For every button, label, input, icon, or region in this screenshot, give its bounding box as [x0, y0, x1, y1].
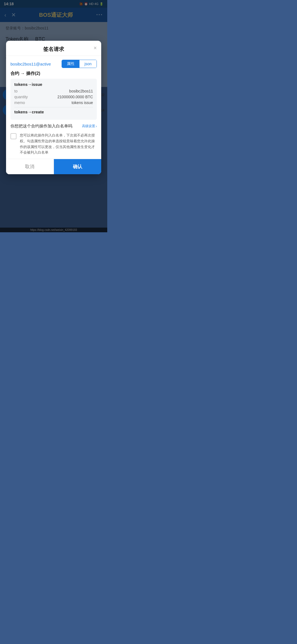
- dialog-header: 签名请求 ×: [6, 41, 101, 56]
- contract-separator: [14, 107, 93, 107]
- contract-val-to: bosibc2bos11: [69, 89, 93, 93]
- advanced-link[interactable]: 高级设置 ›: [82, 124, 97, 129]
- advanced-label: 高级设置: [82, 124, 95, 129]
- whitelist-row: 您可以将此操作列入白名单，下次就不必再次授权。勾选属性旁边的单选按钮意味着您允许…: [10, 132, 97, 158]
- whitelist-title: 你想把这个合约操作加入白名单吗: [10, 124, 72, 129]
- whitelist-desc: 您可以将此操作列入白名单，下次就不必再次授权。勾选属性旁边的单选按钮意味着您允许…: [20, 133, 97, 155]
- contract-action-1: tokens→issue: [14, 82, 93, 87]
- tab-json[interactable]: json: [79, 60, 97, 68]
- account-tab-row: bosibc2bos11@active 属性 json: [10, 60, 97, 68]
- contract-val-memo: tokens issue: [72, 100, 93, 105]
- tab-group: 属性 json: [62, 60, 97, 68]
- contract-box: tokens→issue to bosibc2bos11 quantity 21…: [10, 79, 97, 120]
- tab-attr[interactable]: 属性: [62, 60, 79, 68]
- contract-key-quantity: quantity: [14, 95, 28, 99]
- whitelist-checkbox[interactable]: [10, 133, 16, 139]
- cancel-button[interactable]: 取消: [6, 159, 54, 174]
- dialog-title: 签名请求: [43, 46, 64, 52]
- contract-val-quantity: 21000000.0000 BTC: [57, 95, 93, 99]
- dialog-close-button[interactable]: ×: [94, 45, 97, 51]
- chevron-right-icon: ›: [96, 124, 97, 128]
- contract-action-2: tokens→create: [14, 110, 93, 114]
- contract-row-memo: memo tokens issue: [14, 100, 93, 105]
- section-title: 合约 → 操作(2): [10, 71, 97, 77]
- whitelist-header: 你想把这个合约操作加入白名单吗 高级设置 ›: [10, 124, 97, 129]
- account-label: bosibc2bos11@active: [10, 62, 51, 66]
- sign-request-dialog: 签名请求 × bosibc2bos11@active 属性 json 合约 → …: [6, 41, 101, 174]
- contract-row-quantity: quantity 21000000.0000 BTC: [14, 95, 93, 99]
- confirm-button[interactable]: 确认: [54, 159, 101, 174]
- dialog-body: bosibc2bos11@active 属性 json 合约 → 操作(2) t…: [6, 56, 101, 158]
- dialog-footer: 取消 确认: [6, 159, 101, 174]
- contract-key-memo: memo: [14, 100, 25, 105]
- contract-row-to: to bosibc2bos11: [14, 89, 93, 93]
- contract-key-to: to: [14, 89, 18, 93]
